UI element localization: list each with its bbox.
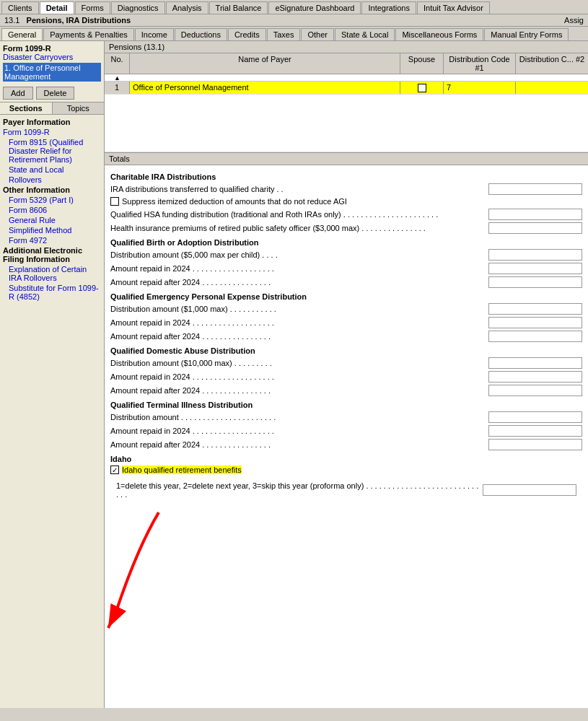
tab-forms[interactable]: Forms — [75, 1, 110, 14]
sidebar-form-1099r[interactable]: Form 1099-R — [3, 127, 101, 137]
sidebar-simplified-method[interactable]: Simplified Method — [3, 225, 101, 235]
hsa-row: Qualified HSA funding distribution (trad… — [110, 209, 582, 220]
sidebar-form-5329[interactable]: Form 5329 (Part I) — [3, 195, 101, 205]
birth-row-2: Amount repaid after 2024 . . . . . . . .… — [110, 276, 582, 288]
tab-general[interactable]: General — [1, 28, 43, 40]
emergency-input-2[interactable] — [488, 331, 582, 342]
birth-title: Qualified Birth or Adoption Distribution — [110, 238, 582, 247]
tab-payments[interactable]: Payments & Penalties — [43, 28, 134, 40]
abuse-row-2: Amount repaid after 2024 . . . . . . . .… — [110, 385, 582, 396]
selected-payer[interactable]: 1. Office of Personnel Management — [3, 63, 101, 82]
checkmark-icon: ✓ — [112, 466, 118, 474]
title-bar: 13.1 Pensions, IRA Distributions Assig — [0, 14, 588, 27]
row-dist2[interactable] — [516, 82, 588, 94]
tab-integrations[interactable]: Integrations — [361, 1, 416, 14]
table-header: No. Name of Payer Spouse Distribution Co… — [105, 53, 588, 74]
birth-row-0: Distribution amount ($5,000 max per chil… — [110, 249, 582, 261]
sort-arrow[interactable]: ▲ — [105, 74, 130, 81]
sidebar-additional-electronic: Additional Electronic Filing Information — [3, 245, 101, 264]
row-name[interactable]: Office of Personnel Management — [130, 82, 400, 94]
tab-manual-entry[interactable]: Manual Entry Forms — [484, 28, 569, 40]
sort-row: ▲ — [105, 74, 588, 82]
abuse-row-0: Distribution amount ($10,000 max) . . . … — [110, 357, 582, 369]
emergency-label-2: Amount repaid after 2024 . . . . . . . .… — [110, 332, 488, 341]
tab-analysis[interactable]: Analysis — [166, 1, 209, 14]
tab-trial-balance[interactable]: Trial Balance — [209, 1, 268, 14]
terminal-row-2: Amount repaid after 2024 . . . . . . . .… — [110, 439, 582, 450]
terminal-label-2: Amount repaid after 2024 . . . . . . . .… — [110, 440, 488, 449]
tab-clients[interactable]: Clients — [1, 1, 39, 14]
emergency-input-0[interactable] — [488, 303, 582, 315]
sidebar-ira-rollovers[interactable]: Explanation of Certain IRA Rollovers — [3, 264, 101, 283]
sidebar-form-4972[interactable]: Form 4972 — [3, 235, 101, 245]
col-dist1: Distribution Code #1 — [444, 53, 516, 74]
abuse-input-0[interactable] — [488, 357, 582, 369]
tab-taxes[interactable]: Taxes — [267, 28, 301, 40]
content-area: Pensions (13.1) No. Name of Payer Spouse… — [105, 41, 588, 708]
charitable-title: Charitable IRA Distributions — [110, 172, 582, 181]
abuse-label-0: Distribution amount ($10,000 max) . . . … — [110, 359, 488, 367]
suppress-checkbox[interactable] — [110, 197, 119, 206]
abuse-input-1[interactable] — [488, 371, 582, 383]
tab-detail[interactable]: Detail — [40, 1, 74, 14]
hsa-input[interactable] — [488, 209, 582, 220]
row-spouse[interactable] — [400, 82, 444, 94]
tab-topics[interactable]: Topics — [53, 102, 105, 114]
spouse-checkbox[interactable] — [418, 84, 426, 92]
terminal-input-1[interactable] — [488, 425, 582, 437]
sidebar-form-8915[interactable]: Form 8915 (Qualified Disaster Relief for… — [3, 137, 101, 165]
suppress-row: Suppress itemized deduction of amounts t… — [110, 197, 582, 206]
sidebar-state-local[interactable]: State and Local — [3, 165, 101, 175]
col-no: No. — [105, 53, 130, 74]
ira-transfer-input[interactable] — [488, 183, 582, 195]
top-nav: Clients Detail Forms Diagnostics Analysi… — [0, 0, 588, 14]
health-input[interactable] — [488, 222, 582, 234]
terminal-title: Qualified Terminal Illness Distribution — [110, 401, 582, 409]
emergency-row-1: Amount repaid in 2024 . . . . . . . . . … — [110, 317, 582, 328]
totals-bar: Totals — [105, 152, 588, 165]
birth-label-2: Amount repaid after 2024 . . . . . . . .… — [110, 278, 488, 287]
row-dist1[interactable]: 7 — [444, 82, 516, 94]
sidebar-substitute-form[interactable]: Substitute for Form 1099-R (4852) — [3, 283, 101, 302]
sidebar-rollovers[interactable]: Rollovers — [3, 175, 101, 185]
birth-input-0[interactable] — [488, 249, 582, 261]
terminal-input-2[interactable] — [488, 439, 582, 450]
terminal-label-0: Distribution amount . . . . . . . . . . … — [110, 413, 488, 421]
tab-sections[interactable]: Sections — [0, 102, 53, 114]
disaster-carryovers-link[interactable]: Disaster Carryovers — [3, 53, 73, 61]
idaho-checkbox[interactable]: ✓ — [110, 466, 119, 474]
emergency-row-2: Amount repaid after 2024 . . . . . . . .… — [110, 331, 582, 342]
delete-note-input[interactable] — [483, 484, 576, 496]
tab-intuit[interactable]: Intuit Tax Advisor — [417, 1, 490, 14]
sidebar-general-rule[interactable]: General Rule — [3, 215, 101, 225]
col-dist2: Distribution C... #2 — [516, 53, 588, 74]
hsa-label: Qualified HSA funding distribution (trad… — [110, 210, 488, 219]
table-row[interactable]: 1 Office of Personnel Management 7 — [105, 82, 588, 95]
emergency-input-1[interactable] — [488, 317, 582, 328]
idaho-checkbox-label: Idaho qualified retirement benefits — [122, 466, 242, 474]
sidebar-other-info: Other Information — [3, 185, 101, 195]
row-no: 1 — [105, 82, 130, 94]
ira-transfer-label: IRA distributions transferred to qualifi… — [110, 185, 488, 193]
add-button[interactable]: Add — [3, 87, 33, 100]
idaho-title: Idaho — [110, 455, 582, 463]
tab-deductions[interactable]: Deductions — [175, 28, 227, 40]
tab-income[interactable]: Income — [135, 28, 174, 40]
terminal-input-0[interactable] — [488, 411, 582, 423]
tab-diagnostics[interactable]: Diagnostics — [111, 1, 165, 14]
col-name: Name of Payer — [130, 53, 400, 74]
tab-credits[interactable]: Credits — [228, 28, 266, 40]
tab-other[interactable]: Other — [301, 28, 334, 40]
suppress-label: Suppress itemized deduction of amounts t… — [122, 197, 582, 206]
sidebar-form-8606[interactable]: Form 8606 — [3, 205, 101, 215]
abuse-input-2[interactable] — [488, 385, 582, 396]
delete-button[interactable]: Delete — [36, 87, 75, 100]
tab-esignature[interactable]: eSignature Dashboard — [268, 1, 361, 14]
birth-input-2[interactable] — [488, 276, 582, 288]
col-spouse: Spouse — [400, 53, 444, 74]
pensions-header: Pensions (13.1) — [105, 41, 588, 53]
delete-note-label: 1=delete this year, 2=delete next year, … — [116, 481, 483, 499]
tab-misc-forms[interactable]: Miscellaneous Forms — [395, 28, 483, 40]
tab-state-local[interactable]: State & Local — [335, 28, 395, 40]
birth-input-1[interactable] — [488, 263, 582, 274]
